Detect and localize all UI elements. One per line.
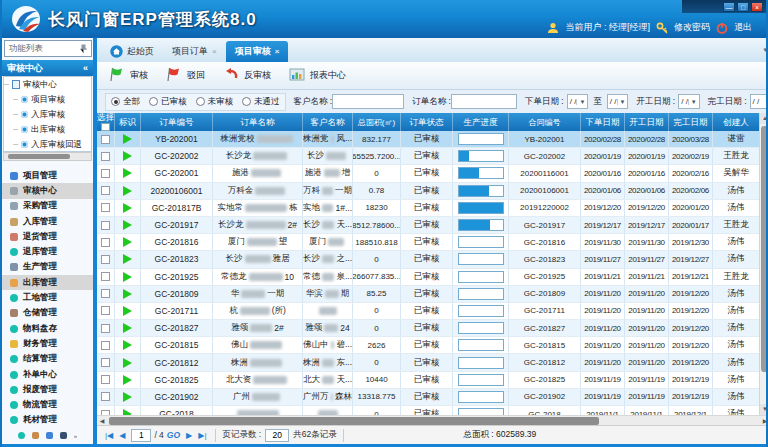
scroll-down-icon[interactable]: ▼ — [760, 404, 768, 415]
row-checkbox[interactable] — [101, 324, 110, 333]
page-size-input[interactable] — [265, 429, 289, 442]
column-header-3[interactable]: 订单名称 — [213, 113, 303, 131]
table-row-12[interactable]: GC-201815佛山佛山中碧...2626已审核GC-2018152019/1… — [97, 337, 759, 354]
sidebar-item-5[interactable]: 退库管理 — [2, 244, 93, 259]
table-row-0[interactable]: YB-202001株洲党校株洲党凤...832.177已审核YB-2020012… — [97, 131, 759, 148]
column-header-12[interactable]: 创建人 — [713, 113, 759, 131]
sidebar-item-9[interactable]: 仓储管理 — [2, 306, 93, 321]
dot-icon[interactable] — [18, 432, 25, 439]
sidebar-item-6[interactable]: 生产管理 — [2, 260, 93, 275]
tab-overflow-icon[interactable]: ▾ — [763, 46, 767, 54]
table-row-4[interactable]: GC-201817B实地常栋实地1#...18230已审核20191220002… — [97, 200, 759, 217]
sidebar-item-8[interactable]: 工地管理 — [2, 290, 93, 305]
row-checkbox[interactable] — [101, 341, 110, 350]
sidebar-item-12[interactable]: 结算管理 — [2, 352, 93, 367]
table-row-11[interactable]: GC-201827雅颂2#雅颂240已审核GC-2018272019/11/20… — [97, 320, 759, 337]
change-password-link[interactable]: 修改密码 — [674, 21, 710, 34]
close-tab-icon[interactable]: × — [212, 48, 217, 56]
vertical-scrollbar[interactable]: ▲ ▼ — [759, 113, 768, 415]
row-checkbox[interactable] — [101, 135, 110, 144]
row-checkbox[interactable] — [101, 272, 110, 281]
tree-item-0[interactable]: ─项目审核 — [4, 92, 91, 107]
order-date-to-input[interactable]: / /▼ — [607, 94, 629, 109]
maximize-button[interactable]: □ — [737, 2, 749, 12]
close-tab-icon[interactable]: × — [275, 48, 280, 56]
row-checkbox[interactable] — [101, 306, 110, 315]
table-row-1[interactable]: GC-202002长沙龙长沙65525.7200...已审核GC-2020022… — [97, 148, 759, 165]
go-button[interactable]: GO — [167, 430, 180, 440]
close-button[interactable]: × — [751, 2, 763, 12]
more-icon[interactable]: » — [74, 433, 77, 439]
tree-item-3[interactable]: ─入库审核回退 — [4, 137, 91, 152]
table-row-8[interactable]: GC-201925常德龙10常德泉...266077.835...已审核GC-2… — [97, 269, 759, 286]
radio-未通过[interactable]: 未通过 — [242, 96, 280, 108]
row-checkbox[interactable] — [101, 186, 110, 195]
sidebar-item-3[interactable]: 入库管理 — [2, 214, 93, 229]
驳回-button[interactable]: 驳回 — [160, 64, 211, 87]
scroll-left-icon[interactable]: ◀ — [97, 417, 107, 424]
sidebar-item-2[interactable]: 采购管理 — [2, 199, 93, 214]
tree-item-1[interactable]: ─入库审核 — [4, 107, 91, 122]
column-header-1[interactable]: 标识 — [115, 113, 141, 131]
column-header-8[interactable]: 合同编号 — [509, 113, 581, 131]
scroll-right-icon[interactable]: ▶ — [760, 417, 768, 424]
row-checkbox[interactable] — [101, 152, 110, 161]
sidebar-item-0[interactable]: 项目管理 — [2, 168, 93, 183]
row-checkbox[interactable] — [101, 289, 110, 298]
first-page-button[interactable]: |◀ — [105, 431, 113, 440]
column-header-9[interactable]: 下单日期 — [581, 113, 625, 131]
sidebar-item-11[interactable]: 财务管理 — [2, 336, 93, 351]
row-checkbox[interactable] — [101, 203, 110, 212]
calendar-dropdown-icon[interactable]: ▼ — [617, 99, 626, 105]
column-header-11[interactable]: 完工日期 — [669, 113, 713, 131]
反审核-button[interactable]: 反审核 — [217, 64, 277, 87]
horizontal-scroll-thumb[interactable] — [109, 417, 599, 425]
prev-page-button[interactable]: ◀ — [119, 431, 125, 440]
sidebar-item-4[interactable]: 退货管理 — [2, 229, 93, 244]
calendar-dropdown-icon[interactable]: ▼ — [576, 99, 585, 105]
scroll-up-icon[interactable]: ▲ — [760, 113, 768, 124]
cart-icon[interactable] — [32, 432, 39, 439]
next-page-button[interactable]: ▶ — [186, 431, 192, 440]
column-header-7[interactable]: 生产进度 — [453, 113, 509, 131]
vertical-scroll-thumb[interactable] — [761, 126, 768, 372]
sidebar-item-10[interactable]: 物料盘存 — [2, 321, 93, 336]
column-header-0[interactable]: 选择 — [97, 113, 115, 131]
table-row-13[interactable]: GC-201812株洲株洲东...0已审核GC-2018122019/11/20… — [97, 354, 759, 371]
audit-center-panel-header[interactable]: 审核中心 « — [2, 60, 93, 76]
tree-root-item[interactable]: ─审核中心 — [4, 77, 91, 92]
table-row-7[interactable]: GC-201823长沙雅居长沙之...0已审核GC-2018232019/11/… — [97, 251, 759, 268]
column-header-5[interactable]: 总面积(㎡) — [353, 113, 401, 131]
row-checkbox[interactable] — [101, 169, 110, 178]
table-row-2[interactable]: GC-202001施港施港增0已审核202001160012020/01/162… — [97, 165, 759, 182]
tree-item-2[interactable]: ─出库审核 — [4, 122, 91, 137]
column-header-10[interactable]: 开工日期 — [625, 113, 669, 131]
radio-全部[interactable]: 全部 — [111, 96, 140, 108]
customer-name-input[interactable] — [332, 94, 404, 109]
pen-icon[interactable] — [46, 432, 53, 439]
tab-起始页[interactable]: 起始页 — [101, 41, 163, 62]
row-checkbox[interactable] — [101, 358, 110, 367]
table-row-10[interactable]: GC-201711杭(所)0已审核GC-2017112019/11/202019… — [97, 303, 759, 320]
last-page-button[interactable]: ▶| — [198, 431, 206, 440]
row-checkbox[interactable] — [101, 238, 110, 247]
page-number-input[interactable] — [131, 429, 151, 442]
table-row-16[interactable]: GC-20180已审核GC-20182019/11/12019/11/12019… — [97, 406, 759, 415]
tab-项目订单[interactable]: 项目订单× — [163, 41, 226, 62]
pin-icon[interactable] — [80, 44, 87, 53]
order-date-from-input[interactable]: / /▼ — [567, 94, 589, 109]
报表中心-button[interactable]: 报表中心 — [283, 64, 352, 87]
column-header-2[interactable]: 订单编号 — [141, 113, 213, 131]
table-row-9[interactable]: GC-201809华一期华滨期85.25已审核GC-2018092019/11/… — [97, 286, 759, 303]
审核-button[interactable]: 审核 — [103, 64, 154, 87]
sidebar-item-13[interactable]: 补单中心 — [2, 367, 93, 382]
table-row-15[interactable]: GC-201902广州广州万森林13318.775已审核GC-201902201… — [97, 389, 759, 406]
logout-link[interactable]: 退出 — [734, 21, 752, 34]
table-row-6[interactable]: GC-201816厦门望厦门188510.818已审核GC-2018162019… — [97, 234, 759, 251]
row-checkbox[interactable] — [101, 392, 110, 401]
sidebar-item-14[interactable]: 报废管理 — [2, 382, 93, 397]
start-date-input[interactable]: / /▼ — [678, 94, 700, 109]
minimize-button[interactable]: — — [723, 2, 735, 12]
sidebar-item-15[interactable]: 物流管理 — [2, 397, 93, 412]
sidebar-item-1[interactable]: 审核中心 — [2, 183, 93, 198]
